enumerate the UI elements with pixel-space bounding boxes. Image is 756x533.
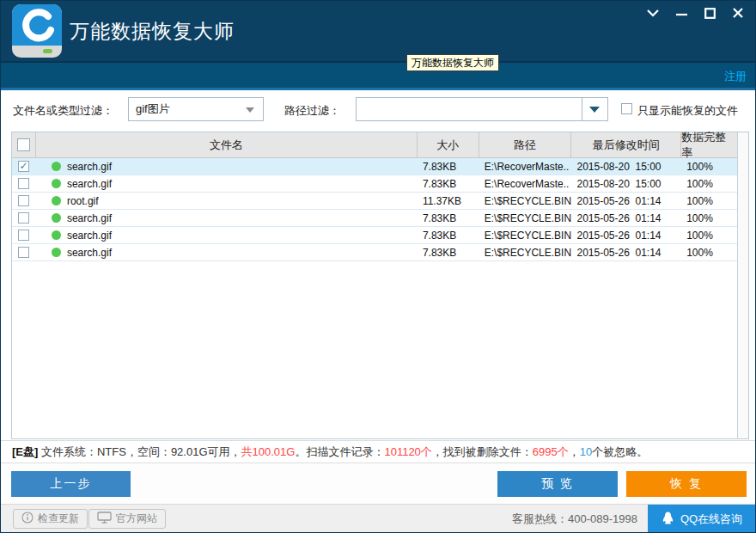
- file-modified: 2015-05-26 01:14: [571, 195, 681, 207]
- file-path: E:\$RECYCLE.BIN..: [479, 247, 572, 259]
- chevron-down-icon: [589, 107, 600, 113]
- file-size: 11.37KB: [418, 195, 479, 207]
- action-bar: 上一步 预 览 恢 复: [1, 463, 755, 504]
- service-hotline: 客服热线：400-089-1998: [512, 512, 637, 527]
- table-row[interactable]: search.gif 7.83KB E:\$RECYCLE.BIN.. 2015…: [12, 210, 737, 227]
- row-checkbox[interactable]: [18, 230, 29, 241]
- path-filter-input[interactable]: [357, 98, 582, 120]
- file-modified: 2015-05-26 01:14: [571, 247, 681, 259]
- file-integrity: 100%: [681, 247, 737, 259]
- info-icon: [21, 512, 34, 526]
- file-name: search.gif: [67, 230, 112, 242]
- chevron-down-icon[interactable]: [646, 6, 660, 20]
- file-path: E:\$RECYCLE.BIN..: [479, 195, 572, 207]
- title-bar: 万能数据恢复大师: [1, 1, 755, 61]
- file-integrity: 100%: [681, 178, 737, 190]
- column-header-size[interactable]: 大小: [418, 132, 479, 157]
- status-deleted-count: 6995个: [533, 444, 569, 460]
- official-site-button[interactable]: 官方网站: [88, 509, 166, 529]
- status-text: ，找到被删除文件：: [432, 444, 533, 460]
- back-button[interactable]: 上一步: [11, 471, 131, 497]
- close-icon[interactable]: [731, 6, 745, 20]
- file-name: search.gif: [67, 247, 112, 259]
- path-filter-label: 路径过滤：: [284, 103, 340, 119]
- recoverable-dot-icon: [52, 162, 61, 171]
- only-recoverable-checkbox[interactable]: [621, 103, 632, 114]
- table-row[interactable]: search.gif 7.83KB E:\RecoverMaste.. 2015…: [12, 158, 737, 175]
- monitor-icon: [97, 512, 112, 526]
- minimize-icon[interactable]: [674, 6, 688, 20]
- qq-consult-button[interactable]: QQ在线咨询: [648, 505, 755, 533]
- table-body: search.gif 7.83KB E:\RecoverMaste.. 2015…: [12, 158, 737, 261]
- status-text: 文件系统：NTFS，空间：92.01G可用，: [41, 444, 241, 460]
- table-header: 文件名 大小 路径 最后修改时间 数据完整率: [12, 132, 737, 158]
- status-total-space: 共100.01G: [241, 444, 296, 460]
- column-header-integrity[interactable]: 数据完整率: [681, 132, 737, 157]
- footer-bar: 检查更新 官方网站 客服热线：400-089-1998 QQ在线咨询: [1, 504, 755, 532]
- file-integrity: 100%: [681, 195, 737, 207]
- recoverable-dot-icon: [52, 213, 61, 223]
- file-path: E:\$RECYCLE.BIN..: [479, 212, 572, 224]
- app-logo-icon: [12, 4, 62, 61]
- column-header-filename[interactable]: 文件名: [36, 132, 418, 157]
- status-drive: [E盘]: [12, 444, 41, 460]
- sub-header-strip: [1, 61, 755, 88]
- file-modified: 2015-05-26 01:14: [571, 212, 681, 224]
- file-size: 7.83KB: [418, 178, 479, 190]
- qq-penguin-icon: [661, 511, 675, 528]
- preview-button[interactable]: 预 览: [497, 471, 618, 497]
- column-header-modified[interactable]: 最后修改时间: [571, 132, 681, 157]
- check-update-button[interactable]: 检查更新: [13, 509, 88, 529]
- row-checkbox[interactable]: [18, 212, 29, 224]
- file-table: 文件名 大小 路径 最后修改时间 数据完整率 search.gif 7.83KB…: [11, 132, 749, 439]
- file-size: 7.83KB: [418, 212, 479, 224]
- recoverable-dot-icon: [52, 179, 61, 188]
- app-window: 万能数据恢复大师 注册 万能数据恢复大师 文件名或类型过滤： gif图片 路径过…: [0, 0, 756, 533]
- row-checkbox[interactable]: [18, 247, 29, 258]
- file-name: search.gif: [67, 161, 112, 173]
- file-integrity: 100%: [681, 161, 737, 173]
- file-modified: 2015-08-20 15:00: [571, 178, 681, 190]
- tooltip: 万能数据恢复大师: [406, 54, 499, 71]
- recoverable-dot-icon: [52, 196, 61, 205]
- file-modified: 2015-05-26 01:14: [571, 230, 681, 242]
- file-name: root.gif: [67, 195, 99, 207]
- type-filter-dropdown[interactable]: gif图片: [128, 97, 264, 121]
- file-path: E:\$RECYCLE.BIN..: [479, 230, 572, 242]
- table-row[interactable]: search.gif 7.83KB E:\$RECYCLE.BIN.. 2015…: [12, 227, 737, 244]
- official-site-label: 官方网站: [116, 512, 157, 526]
- chevron-down-icon: [246, 107, 254, 113]
- row-checkbox[interactable]: [18, 161, 29, 172]
- path-filter-combobox[interactable]: [356, 97, 608, 121]
- qq-consult-label: QQ在线咨询: [680, 512, 742, 527]
- type-filter-value: gif图片: [136, 102, 170, 115]
- recoverable-dot-icon: [52, 230, 61, 240]
- scrollbar-track[interactable]: [737, 132, 748, 438]
- register-link[interactable]: 注册: [724, 69, 747, 84]
- file-name: search.gif: [67, 178, 112, 190]
- path-filter-dropdown-button[interactable]: [582, 98, 607, 120]
- status-bar: [E盘] 文件系统：NTFS，空间：92.01G可用，共100.01G。扫描文件…: [1, 440, 755, 463]
- table-row[interactable]: search.gif 7.83KB E:\RecoverMaste.. 2015…: [12, 175, 737, 193]
- maximize-icon[interactable]: [703, 6, 716, 20]
- file-integrity: 100%: [681, 212, 737, 224]
- status-text: ，: [569, 444, 580, 460]
- type-filter-label: 文件名或类型过滤：: [13, 103, 113, 119]
- file-integrity: 100%: [681, 230, 737, 242]
- column-header-path[interactable]: 路径: [479, 132, 572, 157]
- table-row[interactable]: search.gif 7.83KB E:\$RECYCLE.BIN.. 2015…: [12, 244, 737, 261]
- file-size: 7.83KB: [418, 230, 479, 242]
- row-checkbox[interactable]: [18, 195, 29, 206]
- select-all-checkbox[interactable]: [17, 138, 30, 151]
- row-checkbox[interactable]: [18, 178, 29, 189]
- filter-bar: 文件名或类型过滤： gif图片 路径过滤： 只显示能恢复的文件: [1, 90, 755, 132]
- file-modified: 2015-08-20 15:00: [571, 161, 681, 173]
- file-path: E:\RecoverMaste..: [479, 178, 572, 190]
- recoverable-dot-icon: [52, 248, 61, 257]
- table-row[interactable]: root.gif 11.37KB E:\$RECYCLE.BIN.. 2015-…: [12, 193, 737, 210]
- only-recoverable-label[interactable]: 只显示能恢复的文件: [637, 103, 738, 119]
- file-path: E:\RecoverMaste..: [479, 161, 572, 173]
- recover-button[interactable]: 恢 复: [626, 471, 747, 497]
- check-update-label: 检查更新: [38, 512, 79, 526]
- status-scanned-count: 101120个: [384, 444, 431, 460]
